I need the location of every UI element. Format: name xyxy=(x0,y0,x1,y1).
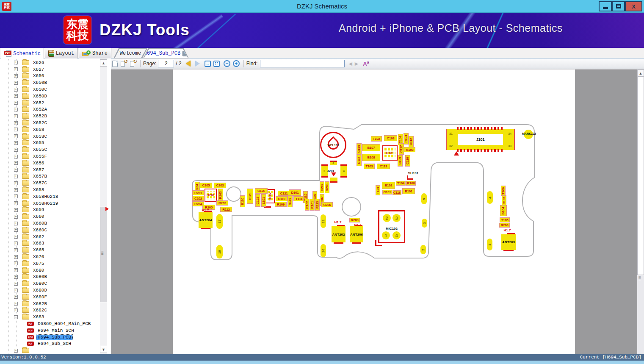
expand-icon[interactable]: + xyxy=(14,148,18,152)
scroll-down-icon[interactable]: ▼ xyxy=(100,346,107,353)
expand-icon[interactable]: + xyxy=(14,195,18,198)
tree-folder-x650d[interactable]: +X650D xyxy=(0,93,48,100)
tree-folder-x655f[interactable]: +X655F xyxy=(0,153,48,160)
expand-icon[interactable]: + xyxy=(14,168,18,172)
tree-folder-x660[interactable]: +X660 xyxy=(0,213,45,220)
new-page-button[interactable] xyxy=(112,61,118,67)
tree-folder-x682b[interactable]: +X682B xyxy=(0,300,48,307)
expand-icon[interactable]: + xyxy=(14,188,18,192)
expand-icon[interactable]: + xyxy=(14,121,18,125)
canvas-scrollbar[interactable]: ▲ ≡≡ xyxy=(637,69,644,354)
page-number-input[interactable] xyxy=(158,60,174,67)
expand-icon[interactable]: + xyxy=(14,255,18,259)
tree-folder-x680c[interactable]: +X680C xyxy=(0,280,48,287)
zoom-out-button[interactable]: − xyxy=(224,60,230,67)
expand-icon[interactable]: + xyxy=(14,208,18,212)
expand-icon[interactable]: + xyxy=(14,235,18,239)
tree-folder-x680b[interactable]: +X680B xyxy=(0,274,48,281)
doc-tab-welcome[interactable]: Welcome xyxy=(113,48,147,58)
tree-folder-x658h6219[interactable]: +X658H6219 xyxy=(0,200,59,207)
splitter-arrow-icon[interactable] xyxy=(105,207,109,211)
expand-icon[interactable]: + xyxy=(14,94,18,98)
sidebar-scrollbar[interactable]: ▲ ≡≡ ▼ xyxy=(100,58,107,354)
find-prev-icon[interactable]: ◀ xyxy=(348,61,352,67)
tree-folder-x675[interactable]: +X675 xyxy=(0,260,45,267)
doc-tab-h694-sub-pcb[interactable]: H694_Sub_PCB x xyxy=(143,48,189,58)
expand-icon[interactable]: + xyxy=(14,175,18,178)
tree-folder-x650b[interactable]: +X650B xyxy=(0,79,48,86)
tab-layout[interactable]: PADS Layout xyxy=(45,48,77,58)
tree-folder-x626[interactable]: +X626 xyxy=(0,59,45,66)
tab-schematic[interactable]: PDF Schematic xyxy=(1,48,44,59)
tree-folder-x660c[interactable]: +X660C xyxy=(0,227,48,233)
scroll-up-icon[interactable]: ▲ xyxy=(637,69,644,77)
tree-folder-x652[interactable]: +X652 xyxy=(0,100,45,106)
tree-file-h694_sub_sch[interactable]: PDFH694_Sub_SCH xyxy=(0,341,72,347)
expand-icon[interactable]: + xyxy=(14,128,18,131)
expand-icon[interactable]: + xyxy=(14,248,18,252)
rotate-left-button[interactable]: ↺ xyxy=(120,60,127,67)
tree-folder-x652b[interactable]: +X652B xyxy=(0,113,48,119)
zoom-in-button[interactable]: + xyxy=(233,60,240,67)
tree-folder-x655[interactable]: +X655 xyxy=(0,140,45,147)
expand-icon[interactable]: + xyxy=(14,275,18,279)
expand-icon[interactable]: + xyxy=(14,88,18,92)
expand-icon[interactable]: + xyxy=(14,134,18,138)
find-next-icon[interactable]: ▶ xyxy=(355,61,358,67)
expand-icon[interactable]: + xyxy=(14,108,18,111)
expand-icon[interactable]: + xyxy=(14,261,18,265)
expand-icon[interactable]: − xyxy=(14,315,18,319)
tree-folder-x657[interactable]: +X657 xyxy=(0,167,45,173)
rotate-right-button[interactable]: ↻ xyxy=(130,60,136,67)
tree-file-h694_sub_pcb[interactable]: PDFH694_Sub_PCB xyxy=(0,334,72,341)
tree-folder-x653c[interactable]: +X653C xyxy=(0,133,48,140)
tree-folder-x650c[interactable]: +X650C xyxy=(0,86,48,93)
expand-icon[interactable]: + xyxy=(14,141,18,145)
expand-icon[interactable]: + xyxy=(14,61,18,64)
tree-folder-x653[interactable]: +X653 xyxy=(0,126,45,133)
tree-file-d6869_h694_main_pcb[interactable]: PDFD6869_H694_Main_PCB xyxy=(0,320,92,327)
expand-icon[interactable]: + xyxy=(14,302,18,306)
tree-folder-x662[interactable]: +X662 xyxy=(0,233,45,240)
expand-icon[interactable]: + xyxy=(14,349,18,353)
expand-icon[interactable]: + xyxy=(14,181,18,185)
expand-icon[interactable]: + xyxy=(14,114,18,118)
tree-folder-x663[interactable]: +X663 xyxy=(0,240,45,247)
tree-folder-x659[interactable]: +X659 xyxy=(0,207,45,214)
tree-folder-x657c[interactable]: +X657C xyxy=(0,180,48,186)
expand-icon[interactable]: + xyxy=(14,81,18,85)
expand-icon[interactable]: + xyxy=(14,242,18,245)
minimize-button[interactable] xyxy=(599,1,612,11)
expand-icon[interactable]: + xyxy=(14,161,18,165)
prev-page-button[interactable] xyxy=(186,61,191,67)
tree-folder-x656[interactable]: +X656 xyxy=(0,160,45,167)
fit-page-button[interactable] xyxy=(213,61,220,67)
tree-folder-x665[interactable]: +X665 xyxy=(0,247,45,253)
expand-icon[interactable]: + xyxy=(14,215,18,219)
tree-folder-x655c[interactable]: +X655C xyxy=(0,146,48,153)
tree-folder-x650[interactable]: +X650 xyxy=(0,73,45,80)
expand-icon[interactable]: + xyxy=(14,222,18,225)
expand-icon[interactable]: + xyxy=(14,74,18,78)
expand-icon[interactable]: + xyxy=(14,268,18,272)
expand-icon[interactable]: + xyxy=(14,67,18,71)
tree-folder-x670[interactable]: +X670 xyxy=(0,253,45,260)
tree-folder-x680d[interactable]: +X680D xyxy=(0,287,48,294)
expand-icon[interactable]: + xyxy=(14,228,18,232)
tree-folder-x682c[interactable]: +X682C xyxy=(0,307,48,314)
expand-icon[interactable]: + xyxy=(14,308,18,312)
expand-icon[interactable]: + xyxy=(14,201,18,205)
tree-folder-x680[interactable]: +X680 xyxy=(0,267,45,274)
find-input[interactable] xyxy=(260,60,345,67)
tab-share[interactable]: + Share xyxy=(79,48,111,58)
expand-icon[interactable]: + xyxy=(14,282,18,286)
tree-folder-x658[interactable]: +X658 xyxy=(0,186,45,193)
match-case-icon[interactable]: Aa xyxy=(363,60,369,67)
tree-folder-x652c[interactable]: +X652C xyxy=(0,119,48,126)
tree-folder-x657b[interactable]: +X657B xyxy=(0,173,48,180)
fit-width-button[interactable]: ↔ xyxy=(205,61,211,67)
tree-folder-x680f[interactable]: +X680F xyxy=(0,294,48,300)
expand-icon[interactable]: + xyxy=(14,101,18,105)
tree-folder-x652a[interactable]: +X652A xyxy=(0,106,48,113)
expand-icon[interactable]: + xyxy=(14,155,18,158)
